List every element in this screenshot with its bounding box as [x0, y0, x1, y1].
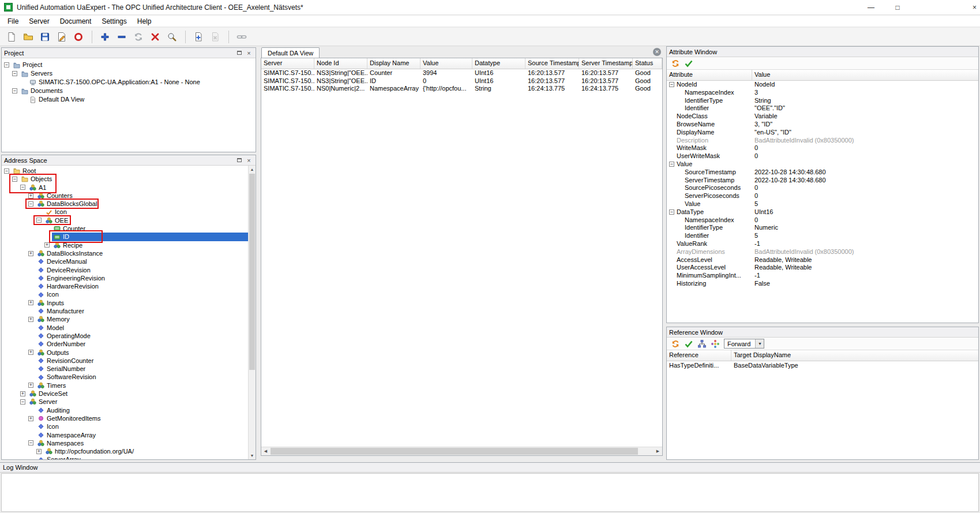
attribute-row-namespaceindex[interactable]: NamespaceIndex0 — [667, 216, 978, 224]
column-header-datatype[interactable]: Datatype — [472, 58, 525, 69]
address-item-a1[interactable]: −A1 — [2, 184, 248, 192]
column-header-value[interactable]: Value — [752, 70, 978, 80]
attribute-row-identifier[interactable]: Identifier"OEE"."ID" — [667, 104, 978, 113]
address-item-manufacturer[interactable]: Manufacturer — [2, 307, 248, 315]
column-header-attribute[interactable]: Attribute — [667, 70, 752, 80]
disconnect-server-button[interactable] — [147, 29, 163, 44]
close-panel-icon[interactable]: × — [245, 49, 253, 57]
address-item-outputs[interactable]: +Outputs — [2, 349, 248, 357]
menu-item-document[interactable]: Document — [55, 16, 97, 27]
column-header-display-name[interactable]: Display Name — [367, 58, 420, 69]
collapse-icon[interactable]: − — [669, 209, 674, 215]
address-item-counter[interactable]: Counter — [2, 224, 248, 233]
address-item-icon[interactable]: Icon — [2, 290, 248, 298]
tab-default-da-view[interactable]: Default DA View — [261, 47, 320, 58]
address-item-root[interactable]: −Root — [2, 167, 248, 175]
da-row[interactable]: SIMATIC.S7-150...NS3|String|"OEE...ID0UI… — [261, 77, 662, 85]
attribute-row-identifiertype[interactable]: IdentifierTypeString — [667, 97, 978, 105]
address-item-icon[interactable]: Icon — [2, 422, 248, 430]
collapse-icon[interactable]: − — [28, 440, 33, 445]
address-item-oee[interactable]: −OEE — [2, 216, 248, 224]
address-item-http-opcfoundation-org-ua[interactable]: +http://opcfoundation.org/UA/ — [2, 447, 248, 455]
address-item-server[interactable]: −Server — [2, 398, 248, 406]
menu-item-server[interactable]: Server — [24, 16, 54, 27]
project-item-default-da-view[interactable]: Default DA View — [2, 95, 256, 104]
address-item-revisioncounter[interactable]: RevisionCounter — [2, 357, 248, 365]
scroll-left-button[interactable]: ◀ — [261, 447, 270, 455]
column-header-status[interactable]: Status — [633, 58, 662, 69]
attribute-row-nodeclass[interactable]: NodeClassVariable — [667, 113, 978, 121]
collapse-icon[interactable]: − — [36, 218, 42, 223]
collapse-icon[interactable]: − — [20, 185, 25, 190]
project-item-simatic-s7-1500-opc-ua-application-a1-none-none[interactable]: SIMATIC.S7-1500.OPC-UA.Application:A1 - … — [2, 78, 256, 87]
find-node-button[interactable] — [164, 29, 179, 44]
attribute-row-serverpicoseconds[interactable]: ServerPicoseconds0 — [667, 192, 978, 200]
reference-types-button[interactable] — [709, 338, 721, 349]
close-button[interactable]: × — [971, 0, 980, 15]
attribute-row-writemask[interactable]: WriteMask0 — [667, 144, 978, 152]
address-item-memory[interactable]: +Memory — [2, 315, 248, 323]
address-item-ordernumber[interactable]: OrderNumber — [2, 340, 248, 348]
attribute-row-identifier[interactable]: Identifier5 — [667, 232, 978, 240]
stop-button[interactable] — [70, 29, 86, 44]
address-item-devicerevision[interactable]: DeviceRevision — [2, 266, 248, 274]
attribute-row-minimumsamplingint[interactable]: MinimumSamplingInt...-1 — [667, 272, 978, 280]
collapse-icon[interactable]: − — [4, 168, 9, 174]
collapse-icon[interactable]: − — [669, 162, 674, 167]
address-item-operatingmode[interactable]: OperatingMode — [2, 332, 248, 340]
address-item-model[interactable]: Model — [2, 324, 248, 332]
attribute-row-valuerank[interactable]: ValueRank-1 — [667, 240, 978, 248]
attribute-row-historizing[interactable]: HistorizingFalse — [667, 280, 978, 288]
collapse-icon[interactable]: − — [12, 177, 17, 182]
da-row[interactable]: SIMATIC.S7-150...NS3|String|"OEE...Count… — [261, 69, 662, 77]
da-row[interactable]: SIMATIC.S7-150...NS0|Numeric|2...Namespa… — [261, 85, 662, 93]
address-item-id[interactable]: ID — [2, 233, 248, 241]
scroll-up-button[interactable]: ▲ — [249, 166, 256, 173]
collapse-icon[interactable]: − — [669, 82, 674, 87]
attribute-row-sourcepicoseconds[interactable]: SourcePicoseconds0 — [667, 184, 978, 192]
address-item-timers[interactable]: +Timers — [2, 381, 248, 390]
attribute-row-sourcetimestamp[interactable]: SourceTimestamp2022-10-28 14:30:48.680 — [667, 168, 978, 177]
apply-references-button[interactable] — [682, 338, 694, 349]
chevron-down-icon[interactable]: ▼ — [755, 339, 764, 348]
apply-attributes-button[interactable] — [682, 58, 694, 69]
open-document-button[interactable] — [20, 29, 36, 44]
address-item-datablocksinstance[interactable]: +DataBlocksInstance — [2, 249, 248, 257]
address-item-objects[interactable]: −Objects — [2, 175, 248, 183]
collapse-icon[interactable]: − — [12, 71, 17, 76]
collapse-icon[interactable]: − — [12, 88, 17, 93]
minimize-button[interactable]: — — [858, 0, 884, 15]
scroll-down-button[interactable]: ▼ — [249, 452, 256, 459]
attribute-row-datatype[interactable]: −DataTypeUInt16 — [667, 208, 978, 216]
edit-document-button[interactable] — [54, 29, 69, 44]
address-item-deviceset[interactable]: +DeviceSet — [2, 390, 248, 398]
address-item-datablocksglobal[interactable]: −DataBlocksGlobal — [2, 200, 248, 208]
float-panel-icon[interactable] — [235, 49, 243, 57]
add-document-button[interactable] — [190, 29, 206, 44]
attribute-row-userwritemask[interactable]: UserWriteMask0 — [667, 152, 978, 160]
address-item-inputs[interactable]: +Inputs — [2, 299, 248, 307]
attribute-row-accesslevel[interactable]: AccessLevelReadable, Writeable — [667, 256, 978, 264]
maximize-button[interactable]: □ — [884, 0, 911, 15]
menu-item-settings[interactable]: Settings — [96, 16, 132, 27]
reference-row[interactable]: HasTypeDefiniti...BaseDataVariableType — [667, 361, 978, 369]
column-header-value[interactable]: Value — [420, 58, 472, 69]
address-item-softwarerevision[interactable]: SoftwareRevision — [2, 373, 248, 381]
address-item-serverarray[interactable]: ServerArray — [2, 455, 248, 459]
menu-item-help[interactable]: Help — [132, 16, 157, 27]
address-item-namespacearray[interactable]: NamespaceArray — [2, 431, 248, 439]
collapse-icon[interactable]: − — [28, 201, 33, 207]
expand-icon[interactable]: + — [20, 391, 25, 396]
address-item-namespaces[interactable]: −Namespaces — [2, 439, 248, 447]
attribute-row-useraccesslevel[interactable]: UserAccessLevelReadable, Writeable — [667, 264, 978, 272]
scroll-right-button[interactable]: ▶ — [654, 447, 662, 455]
attribute-row-arraydimensions[interactable]: ArrayDimensionsBadAttributeIdInvalid (0x… — [667, 248, 978, 256]
expand-icon[interactable]: + — [28, 251, 33, 256]
address-item-auditing[interactable]: Auditing — [2, 406, 248, 414]
address-item-counters[interactable]: +Counters — [2, 192, 248, 200]
expand-icon[interactable]: + — [28, 317, 33, 322]
attribute-row-namespaceindex[interactable]: NamespaceIndex3 — [667, 89, 978, 97]
address-item-getmonitoreditems[interactable]: +GetMonitoredItems — [2, 414, 248, 422]
expand-icon[interactable]: + — [28, 350, 33, 355]
expand-icon[interactable]: + — [28, 300, 33, 305]
